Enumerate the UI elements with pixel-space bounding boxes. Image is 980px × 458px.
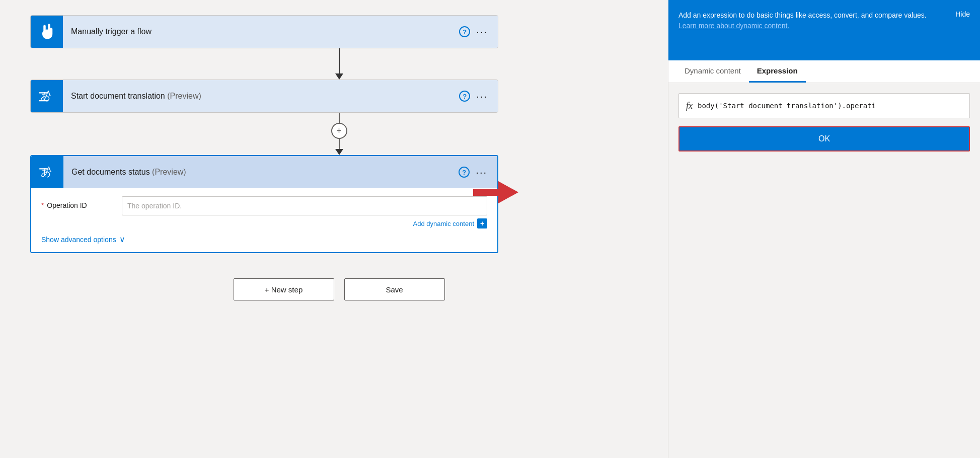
step1-more-icon[interactable]: ··· [476, 26, 488, 38]
panel-body: fx body('Start_document_translation').op… [668, 83, 980, 458]
dynamic-content-link-row: Add dynamic content + [122, 218, 487, 228]
step2-container: あ A Start document translation (Preview)… [30, 80, 498, 113]
arrow-head-right [498, 181, 518, 203]
step1-title: Manually trigger a flow [63, 27, 459, 36]
translate-icon-1: あ A [38, 87, 56, 105]
step2-header: あ A Start document translation (Preview)… [31, 80, 498, 112]
required-star: * [41, 201, 44, 209]
connector1-line [339, 48, 340, 73]
bottom-actions: + New step Save [234, 278, 445, 300]
step3-header: あ A Get documents status (Preview) ? ··· [31, 156, 497, 188]
panel-header-text: Add an expression to do basic things lik… [679, 10, 945, 31]
step3-icon: あ A [31, 156, 63, 188]
tab-expression[interactable]: Expression [749, 60, 806, 83]
flow-canvas: Manually trigger a flow ? ··· あ A [0, 0, 668, 458]
operation-id-input[interactable] [122, 196, 487, 215]
translate-icon-2: あ A [38, 163, 56, 181]
step1-container: Manually trigger a flow ? ··· [30, 15, 498, 48]
arrow-body [473, 189, 498, 196]
hand-pointer-icon [38, 23, 56, 41]
new-step-button[interactable]: + New step [234, 278, 334, 300]
chevron-down-icon: ∨ [119, 235, 125, 244]
step2-icon: あ A [31, 80, 63, 112]
dynamic-content-btn[interactable]: + [477, 218, 487, 228]
step3-card[interactable]: あ A Get documents status (Preview) ? ···… [30, 155, 498, 253]
step3-help-icon[interactable]: ? [459, 167, 470, 178]
fx-icon: fx [686, 101, 693, 111]
step3-title: Get documents status (Preview) [63, 168, 459, 177]
step1-card[interactable]: Manually trigger a flow ? ··· [30, 15, 498, 48]
save-button[interactable]: Save [344, 278, 445, 300]
step2-card[interactable]: あ A Start document translation (Preview)… [30, 80, 498, 113]
learn-more-link[interactable]: Learn more about dynamic content. [679, 22, 789, 30]
connector2: + [331, 113, 347, 155]
step2-title: Start document translation (Preview) [63, 92, 459, 101]
add-dynamic-content-link[interactable]: Add dynamic content [413, 220, 474, 227]
step2-help-icon[interactable]: ? [459, 91, 470, 102]
step2-actions: ? ··· [459, 91, 498, 102]
connector1-head [335, 73, 343, 80]
step1-header: Manually trigger a flow ? ··· [31, 16, 498, 48]
connector2-head [335, 149, 343, 155]
operation-id-input-wrap: Add dynamic content + [122, 196, 487, 228]
step1-icon [31, 16, 63, 48]
tab-dynamic-content[interactable]: Dynamic content [676, 60, 749, 83]
panel-hide-button[interactable]: Hide [955, 10, 970, 18]
step1-actions: ? ··· [459, 26, 498, 38]
step3-container: あ A Get documents status (Preview) ? ···… [30, 155, 498, 253]
step1-help-icon[interactable]: ? [459, 26, 470, 37]
add-step-btn[interactable]: + [331, 123, 347, 139]
expression-box: fx body('Start_document_translation').op… [679, 93, 970, 118]
connector2-bottom [339, 139, 340, 149]
operation-id-label: * Operation ID [41, 196, 122, 209]
expression-text[interactable]: body('Start_document_translation').opera… [698, 102, 876, 110]
step2-more-icon[interactable]: ··· [476, 91, 488, 102]
panel-header: Add an expression to do basic things lik… [668, 0, 980, 60]
show-advanced-options[interactable]: Show advanced options ∨ [41, 235, 125, 244]
step3-more-icon[interactable]: ··· [476, 167, 487, 178]
panel-tabs: Dynamic content Expression [668, 60, 980, 83]
arrow-right-indicator [473, 181, 518, 203]
step3-actions: ? ··· [459, 167, 497, 178]
operation-id-row: * Operation ID Add dynamic content + [41, 196, 487, 228]
step3-body: * Operation ID Add dynamic content + Sho… [31, 188, 497, 252]
ok-button[interactable]: OK [679, 126, 970, 151]
right-panel: Add an expression to do basic things lik… [668, 0, 980, 458]
connector2-top [339, 113, 340, 123]
connector1 [335, 48, 343, 80]
